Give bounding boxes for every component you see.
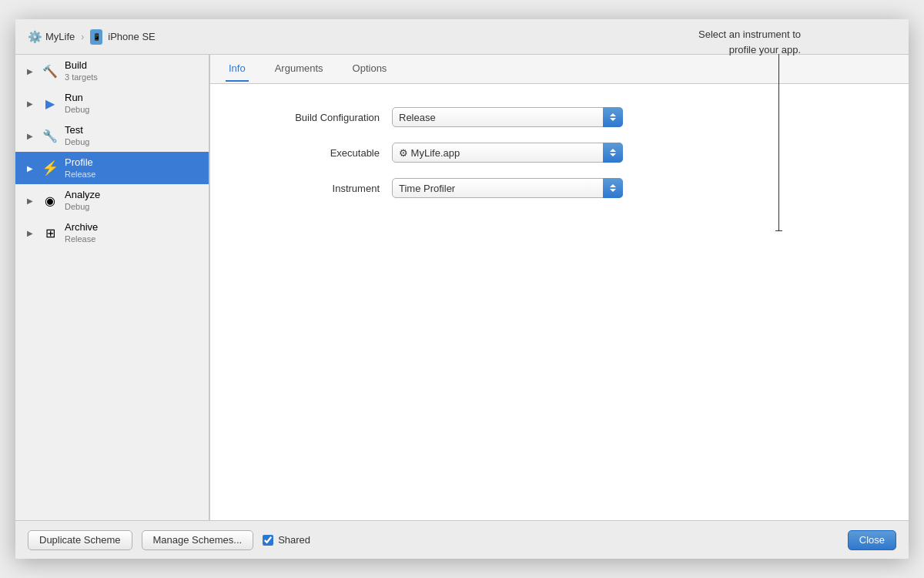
run-icon: ▶ xyxy=(42,95,59,112)
main-window: Select an instrument to profile your app… xyxy=(15,19,909,559)
analyze-subtitle: Debug xyxy=(65,202,100,212)
breadcrumb-project[interactable]: ⚙️ MyLife xyxy=(28,30,75,44)
build-icon: 🔨 xyxy=(42,62,59,79)
sidebar-item-archive[interactable]: ▶ ⊞ Archive Release xyxy=(15,217,209,249)
sidebar-item-run[interactable]: ▶ ▶ Run Debug xyxy=(15,87,209,119)
executable-row: Executable ⚙ MyLife.app xyxy=(241,143,878,163)
analyze-icon: ◉ xyxy=(42,192,59,209)
project-icon: ⚙️ xyxy=(28,30,42,44)
tab-options[interactable]: Options xyxy=(350,56,390,82)
expand-archive-icon: ▶ xyxy=(25,227,35,238)
form-area: Build Configuration Release Debug xyxy=(210,84,909,520)
main-content: ▶ 🔨 Build 3 targets ▶ ▶ Run Debug ▶ 🔧 xyxy=(15,55,909,520)
executable-select-wrapper: ⚙ MyLife.app xyxy=(392,143,623,163)
test-title: Test xyxy=(65,124,89,137)
executable-select[interactable]: ⚙ MyLife.app xyxy=(392,143,623,163)
device-icon: 📱 xyxy=(90,29,102,45)
bottom-bar: Duplicate Scheme Manage Schemes... Share… xyxy=(15,520,909,559)
sidebar-item-build[interactable]: ▶ 🔨 Build 3 targets xyxy=(15,55,209,87)
instrument-row: Instrument Time Profiler Allocations Lea… xyxy=(241,178,878,198)
build-title: Build xyxy=(65,59,98,72)
instrument-select[interactable]: Time Profiler Allocations Leaks Core Dat… xyxy=(392,178,623,198)
analyze-title: Analyze xyxy=(65,189,100,202)
build-config-row: Build Configuration Release Debug xyxy=(241,107,878,127)
build-subtitle: 3 targets xyxy=(65,72,98,82)
build-config-label: Build Configuration xyxy=(241,112,380,123)
build-config-select[interactable]: Release Debug xyxy=(392,107,623,127)
shared-checkbox[interactable] xyxy=(263,535,273,546)
duplicate-scheme-button[interactable]: Duplicate Scheme xyxy=(28,530,132,550)
shared-checkbox-wrapper: Shared xyxy=(263,534,310,546)
manage-schemes-button[interactable]: Manage Schemes... xyxy=(142,530,254,550)
archive-title: Archive xyxy=(65,221,98,234)
tooltip: Select an instrument to profile your app… xyxy=(698,27,801,57)
sidebar-item-profile[interactable]: ▶ ⚡ Profile Release xyxy=(15,152,209,184)
tab-info[interactable]: Info xyxy=(226,56,249,82)
expand-profile-icon: ▶ xyxy=(25,163,35,173)
tooltip-line1: Select an instrument to xyxy=(698,27,801,42)
test-icon: 🔧 xyxy=(42,127,59,144)
tab-bar: Info Arguments Options xyxy=(210,55,909,84)
profile-title: Profile xyxy=(65,156,95,170)
expand-analyze-icon: ▶ xyxy=(25,195,35,206)
tooltip-connector xyxy=(778,54,779,231)
close-button[interactable]: Close xyxy=(848,530,896,550)
tooltip-line2: profile your app. xyxy=(698,42,801,58)
test-subtitle: Debug xyxy=(65,137,89,147)
archive-icon: ⊞ xyxy=(42,224,59,241)
shared-label: Shared xyxy=(278,534,310,546)
tab-arguments[interactable]: Arguments xyxy=(272,56,326,82)
sidebar-item-test[interactable]: ▶ 🔧 Test Debug xyxy=(15,119,209,152)
profile-subtitle: Release xyxy=(65,170,95,180)
instrument-label: Instrument xyxy=(241,183,380,194)
archive-subtitle: Release xyxy=(65,234,98,244)
instrument-select-wrapper: Time Profiler Allocations Leaks Core Dat… xyxy=(392,178,623,198)
breadcrumb-device[interactable]: 📱 iPhone SE xyxy=(90,29,155,45)
right-panel: Info Arguments Options Build Configurati… xyxy=(209,55,909,520)
build-config-select-wrapper: Release Debug xyxy=(392,107,623,127)
run-subtitle: Debug xyxy=(65,105,89,115)
breadcrumb-separator: › xyxy=(81,32,84,42)
expand-test-icon: ▶ xyxy=(25,130,35,141)
run-title: Run xyxy=(65,92,89,105)
project-name: MyLife xyxy=(45,31,75,42)
profile-icon: ⚡ xyxy=(42,160,59,176)
expand-run-icon: ▶ xyxy=(25,98,35,109)
device-name: iPhone SE xyxy=(108,31,155,42)
executable-label: Executable xyxy=(241,147,380,159)
sidebar: ▶ 🔨 Build 3 targets ▶ ▶ Run Debug ▶ 🔧 xyxy=(15,55,209,520)
sidebar-item-analyze[interactable]: ▶ ◉ Analyze Debug xyxy=(15,184,209,217)
expand-build-icon: ▶ xyxy=(25,66,35,76)
